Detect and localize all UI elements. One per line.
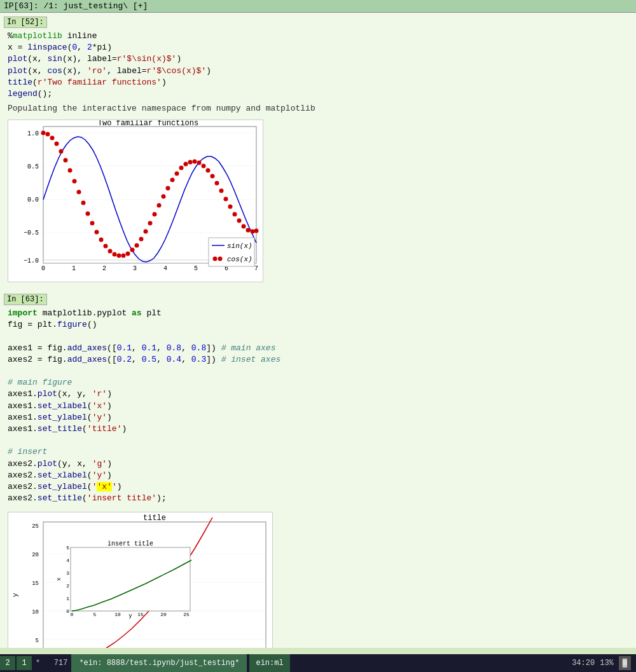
svg-point-24 [55,142,59,146]
svg-point-64 [233,212,237,217]
svg-point-63 [228,205,233,209]
code-line: axes2.set_xlabel('y') [8,470,628,481]
title-bar: IP[63]: /1: just_testing\ [+] [0,0,636,13]
svg-point-53 [184,162,188,167]
svg-text:4: 4 [163,265,167,272]
svg-point-39 [121,254,126,258]
svg-point-51 [175,172,179,176]
svg-point-62 [224,197,228,202]
cell-1-code[interactable]: %matplotlib inline x = linspace(0, 2*pi)… [0,29,636,102]
svg-text:4: 4 [66,558,69,563]
svg-point-41 [130,248,135,252]
svg-point-34 [99,238,104,242]
plot-1-svg: Two familiar functions 1.0 0.5 0.0 −0.5 … [8,120,263,279]
svg-point-42 [135,243,139,248]
svg-point-31 [86,212,90,216]
svg-point-54 [188,160,193,165]
svg-text:sin(x): sin(x) [227,242,252,250]
svg-text:15: 15 [137,612,144,617]
svg-text:0.5: 0.5 [27,163,39,170]
code-line: import matplotlib.pyplot as plt [8,308,628,319]
svg-point-23 [50,136,55,141]
code-line: axes1 = fig.add_axes([0.1, 0.1, 0.8, 0.8… [8,343,628,354]
notebook[interactable]: In [52]: %matplotlib inline x = linspace… [0,13,636,648]
output-text: Populating the interactive namespace fro… [8,104,628,113]
svg-text:y: y [128,613,132,619]
status-mode: ein:ml [249,654,289,672]
svg-point-50 [170,178,175,182]
code-line [8,331,628,343]
svg-text:20: 20 [160,612,167,617]
cell-2-label[interactable]: In [63]: [4,294,47,305]
svg-text:0.0: 0.0 [27,196,39,203]
svg-text:3: 3 [66,570,69,576]
cell-1-output: Populating the interactive namespace fro… [0,102,636,114]
code-line: axes2.plot(y, x, 'g') [8,458,628,470]
cell-2: In [63]: import matplotlib.pyplot as plt… [0,290,636,648]
plot-2: title y x 0 5 10 15 20 25 0 1 2 3 [8,512,273,648]
svg-point-74 [218,257,223,261]
svg-text:−0.5: −0.5 [24,230,39,237]
svg-point-55 [193,160,197,164]
code-line: axes1.plot(x, y, 'r') [8,388,628,400]
svg-text:2: 2 [102,265,106,272]
svg-point-27 [68,168,73,173]
svg-point-40 [126,252,130,256]
svg-point-26 [64,158,68,163]
svg-point-36 [108,249,113,254]
svg-text:20: 20 [32,552,39,558]
svg-text:25: 25 [32,523,39,530]
svg-point-68 [251,230,255,234]
svg-text:title: title [143,514,166,523]
svg-point-60 [215,181,219,186]
svg-text:1: 1 [72,265,76,272]
plot-2-svg: title y x 0 5 10 15 20 25 0 1 2 3 [8,512,272,648]
svg-point-32 [90,221,95,226]
svg-point-43 [139,237,144,242]
svg-text:0: 0 [66,608,69,614]
code-line: # insert [8,446,628,458]
svg-text:10: 10 [32,609,39,615]
svg-point-61 [219,189,224,193]
svg-point-73 [213,257,218,261]
code-line [8,366,628,377]
status-cursor: 34:20 [572,659,595,668]
svg-text:1: 1 [66,596,69,601]
svg-point-58 [206,168,211,173]
code-line: axes1.set_title('title') [8,423,628,435]
svg-point-47 [157,203,162,208]
code-line: x = linspace(0, 2*pi) [8,42,628,53]
svg-point-65 [237,219,242,223]
svg-point-59 [211,174,215,179]
svg-point-66 [242,224,246,229]
code-line: legend(); [8,88,628,100]
code-line: axes1.set_ylabel('y') [8,412,628,423]
svg-point-69 [254,229,259,233]
cell-2-code[interactable]: import matplotlib.pyplot as plt fig = pl… [0,306,636,507]
svg-rect-99 [71,547,190,611]
svg-text:−1.0: −1.0 [24,257,39,264]
svg-point-56 [197,161,202,165]
svg-text:5: 5 [66,545,69,551]
svg-text:2: 2 [66,583,69,589]
code-line: axes2 = fig.add_axes([0.2, 0.5, 0.4, 0.3… [8,354,628,366]
svg-point-67 [246,228,251,233]
svg-text:15: 15 [32,580,39,587]
svg-text:x: x [56,578,62,581]
cell-1-label[interactable]: In [52]: [4,17,47,28]
svg-point-52 [179,166,184,170]
svg-text:10: 10 [114,612,121,617]
svg-text:0: 0 [41,265,45,272]
status-asterisk: * 717 [32,659,71,668]
status-filename: *ein: 8888/test.ipynb/just_testing* [71,654,247,672]
svg-point-37 [113,252,117,257]
svg-point-28 [73,179,77,184]
status-indicator: ▓ [619,656,631,670]
status-num-2: 2 [0,656,15,670]
svg-point-38 [117,254,121,258]
status-percent: 13% [600,659,614,668]
code-line: plot(x, cos(x), 'ro', label=r'$\cos(x)$'… [8,65,628,77]
svg-text:5: 5 [93,612,97,617]
code-line: # main figure [8,377,628,388]
code-line: axes2.set_title('insert title'); [8,493,628,504]
